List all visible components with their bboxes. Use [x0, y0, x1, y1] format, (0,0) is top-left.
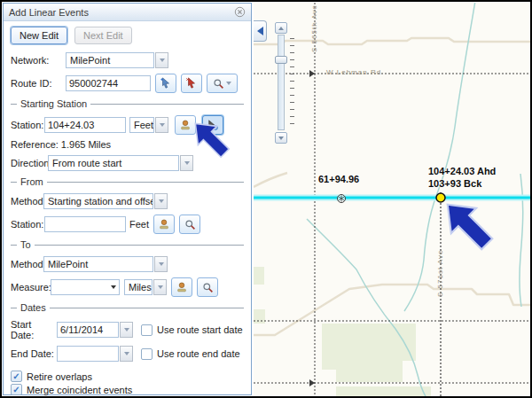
start-date-label: Start Date:: [11, 319, 57, 340]
merge-coincident-events-checkbox[interactable]: [11, 384, 22, 395]
station-unit-dropdown-button[interactable]: [155, 117, 168, 133]
from-station-row: Station: Feet: [11, 215, 244, 234]
use-route-start-date-checkbox[interactable]: [141, 324, 153, 336]
separator-line: [11, 182, 17, 183]
network-label: Network:: [11, 55, 66, 66]
pick-station-on-map-button[interactable]: [202, 115, 223, 135]
chevron-left-icon: [257, 27, 263, 35]
direction-label: Direction:: [11, 158, 48, 168]
retire-overlaps-label: Retire overlaps: [27, 371, 92, 382]
to-method-label: Method:: [11, 259, 43, 269]
zoom-in-button[interactable]: [275, 22, 287, 34]
road-label-vertical-top: S 565th Ave: [310, 4, 318, 52]
close-button[interactable]: [234, 6, 246, 18]
chevron-down-icon: [278, 137, 284, 140]
clear-route-selection-button[interactable]: [181, 74, 202, 93]
direction-dropdown-button[interactable]: [180, 155, 193, 171]
station-marker-icon: [176, 281, 188, 293]
zoom-out-button[interactable]: [275, 132, 287, 144]
merge-coincident-events-label: Merge coincident events: [27, 385, 132, 395]
use-route-end-date-checkbox[interactable]: [141, 348, 153, 360]
zoom-slider-thumb[interactable]: [275, 56, 287, 64]
end-date-picker[interactable]: [57, 346, 133, 362]
from-station-search-button[interactable]: [179, 215, 200, 234]
options-group: Retire overlaps Merge coincident events …: [11, 371, 244, 398]
panel-body: New Edit Next Edit Network: MilePoint Ro…: [4, 21, 251, 398]
separator-line: [11, 104, 17, 105]
pick-on-map-icon: [207, 119, 219, 131]
to-method-value: MilePoint: [43, 256, 153, 272]
direction-row: Direction: From route start: [11, 155, 244, 171]
panel-header: Add Linear Events: [4, 4, 251, 21]
road-label-vertical-right: S 571st Ave: [436, 249, 444, 297]
application-window: Add Linear Events New Edit Next Edit Net…: [0, 0, 532, 398]
search-icon: [213, 78, 224, 90]
end-date-label: End Date:: [11, 348, 57, 359]
measure-unit-combobox[interactable]: Miles: [124, 279, 167, 295]
option-row: Merge coincident events: [11, 384, 244, 395]
network-combobox[interactable]: MilePoint: [66, 52, 168, 68]
select-arrow-icon: [160, 77, 172, 90]
from-station-input[interactable]: [44, 216, 126, 232]
zoom-slider-ticks: [290, 38, 294, 127]
edit-buttons-row: New Edit Next Edit: [11, 27, 244, 44]
route-id-input[interactable]: [66, 75, 151, 91]
from-method-label: Method:: [11, 196, 43, 207]
route-search-dropdown-button[interactable]: [207, 74, 238, 93]
chevron-down-icon: [184, 161, 190, 165]
to-method-dropdown-button[interactable]: [154, 256, 168, 272]
retire-overlaps-checkbox[interactable]: [11, 371, 22, 382]
start-date-dropdown-button[interactable]: [120, 322, 133, 338]
selected-station-label-back: 103+93 Bck: [428, 178, 481, 189]
chevron-down-icon: [226, 82, 231, 85]
deselect-arrow-icon: [185, 77, 198, 90]
measure-search-button[interactable]: [197, 277, 218, 297]
measure-combobox[interactable]: [51, 279, 120, 295]
selected-station-point[interactable]: [436, 193, 445, 202]
section-to: To: [11, 239, 244, 250]
network-row: Network: MilePoint: [11, 52, 244, 68]
add-linear-events-panel: Add Linear Events New Edit Next Edit Net…: [3, 3, 252, 395]
to-measure-row: Measure: Miles: [11, 277, 244, 297]
select-route-button[interactable]: [155, 74, 176, 93]
end-date-input[interactable]: [57, 346, 119, 362]
selected-station-label-ahead: 104+24.03 Ahd: [428, 166, 496, 176]
reference-text: Reference: 1.965 Miles: [11, 139, 244, 150]
start-date-picker[interactable]: [57, 322, 133, 338]
network-dropdown-button[interactable]: [155, 52, 168, 68]
chevron-down-icon: [159, 262, 164, 266]
start-date-row: Start Date: Use route start date: [11, 319, 244, 340]
station-locate-button[interactable]: [175, 115, 196, 135]
field-polygon: [322, 324, 416, 382]
chevron-up-icon: [278, 27, 284, 30]
measure-unit-dropdown-button[interactable]: [153, 279, 167, 295]
section-title: From: [17, 176, 47, 187]
zoom-slider-track[interactable]: [278, 35, 285, 130]
direction-combobox[interactable]: From route start: [48, 155, 193, 171]
starting-station-row: Station: Feet: [11, 115, 244, 135]
start-date-input[interactable]: [57, 322, 119, 338]
measure-value: [51, 279, 120, 295]
collapse-panel-tab[interactable]: [254, 20, 267, 42]
from-method-combobox[interactable]: Starting station and offset: [43, 193, 168, 209]
section-from: From: [11, 176, 244, 187]
station-marker-icon: [179, 119, 192, 131]
station-unit-combobox[interactable]: Feet: [129, 117, 168, 133]
station-measure-label: 61+94.96: [318, 174, 359, 184]
use-route-end-date-label: Use route end date: [157, 348, 240, 359]
network-value: MilePoint: [66, 52, 154, 68]
direction-value: From route start: [48, 155, 179, 171]
chevron-down-icon: [124, 328, 129, 332]
road-line: [254, 38, 532, 44]
next-edit-button[interactable]: Next Edit: [74, 27, 132, 44]
map-canvas[interactable]: W Lehman Rd S 565th Ave S 571st Ave 61+9…: [254, 3, 532, 397]
section-starting-station: Starting Station: [11, 98, 244, 109]
from-station-locate-button[interactable]: [153, 215, 175, 234]
measure-locate-button[interactable]: [171, 277, 192, 297]
from-method-dropdown-button[interactable]: [154, 193, 168, 209]
section-title: Starting Station: [17, 98, 90, 109]
new-edit-button[interactable]: New Edit: [11, 27, 67, 44]
to-method-combobox[interactable]: MilePoint: [43, 256, 168, 272]
starting-station-input[interactable]: [44, 117, 126, 133]
end-date-dropdown-button[interactable]: [120, 346, 133, 362]
